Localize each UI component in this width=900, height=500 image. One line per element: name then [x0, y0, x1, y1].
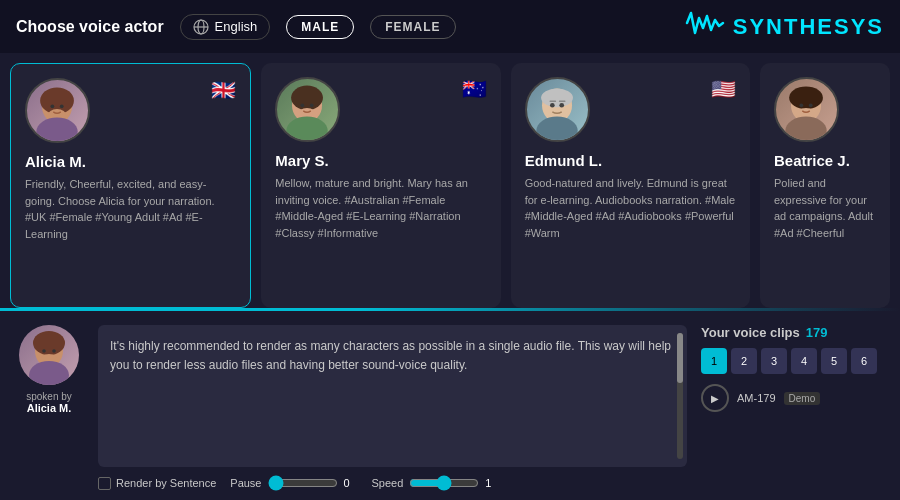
spoken-by-avatar [19, 325, 79, 385]
pause-group: Pause 0 [230, 475, 357, 491]
top-bar: Choose voice actor English MALE FEMALE S… [0, 0, 900, 53]
actor-name-alicia: Alicia M. [25, 153, 236, 170]
svg-point-12 [287, 117, 328, 140]
clip-btn-5[interactable]: 5 [821, 348, 847, 374]
avatar-beatrice [774, 77, 839, 142]
actor-card-beatrice[interactable]: Beatrice J. Polied and expressive for yo… [760, 63, 890, 308]
svg-point-10 [291, 86, 323, 110]
voice-clips-title: Your voice clips [701, 325, 800, 340]
text-content: It's highly recommended to render as man… [110, 339, 671, 372]
render-by-sentence-label[interactable]: Render by Sentence [98, 477, 216, 490]
scroll-track[interactable] [677, 333, 683, 459]
actor-header-beatrice [774, 77, 876, 142]
svg-point-32 [29, 361, 69, 385]
svg-point-13 [301, 103, 305, 107]
svg-point-20 [559, 103, 564, 108]
svg-point-19 [550, 103, 555, 108]
actor-desc-mary: Mellow, mature and bright. Mary has an i… [275, 175, 486, 241]
svg-point-33 [42, 349, 46, 353]
demo-badge: Demo [784, 392, 821, 405]
svg-point-16 [541, 88, 573, 107]
clips-grid: 1 2 3 4 5 6 [701, 348, 886, 374]
avatar-alicia [25, 78, 90, 143]
pause-label: Pause [230, 477, 261, 489]
speed-value: 1 [485, 477, 499, 489]
avatar-beatrice-img [776, 79, 837, 140]
svg-point-18 [536, 117, 577, 140]
spoken-by-panel: spoken by Alicia M. [14, 325, 84, 491]
spoken-avatar-img [19, 325, 79, 385]
svg-point-7 [50, 104, 54, 108]
clip-btn-2[interactable]: 2 [731, 348, 757, 374]
actor-card-edmund[interactable]: 🇺🇸 Edmund L. Good-natured and lively. Ed… [511, 63, 750, 308]
svg-point-34 [52, 349, 56, 353]
speed-label: Speed [372, 477, 404, 489]
svg-point-28 [809, 103, 813, 107]
play-button[interactable]: ▶ [701, 384, 729, 412]
actor-name-edmund: Edmund L. [525, 152, 736, 169]
voice-clips-header: Your voice clips 179 [701, 325, 886, 340]
actor-desc-edmund: Good-natured and lively. Edmund is great… [525, 175, 736, 241]
svg-point-6 [36, 118, 77, 141]
render-by-sentence-text: Render by Sentence [116, 477, 216, 489]
svg-point-27 [799, 103, 803, 107]
flag-alicia: 🇬🇧 [211, 78, 236, 102]
text-content-box[interactable]: It's highly recommended to render as man… [98, 325, 687, 467]
logo-text: SYNTHESYS [733, 14, 884, 40]
clips-count: 179 [806, 325, 828, 340]
logo: SYNTHESYS [685, 8, 884, 45]
actor-desc-beatrice: Polied and expressive for your ad campai… [774, 175, 876, 241]
language-button[interactable]: English [180, 14, 271, 40]
clip-name: AM-179 [737, 392, 776, 404]
scroll-thumb [677, 333, 683, 383]
actor-header-mary: 🇦🇺 [275, 77, 486, 142]
avatar-mary [275, 77, 340, 142]
female-button[interactable]: FEMALE [370, 15, 455, 39]
avatar-mary-img [277, 79, 338, 140]
avatar-alicia-img [27, 80, 88, 141]
language-label: English [215, 19, 258, 34]
flag-mary: 🇦🇺 [462, 77, 487, 101]
actor-card-mary[interactable]: 🇦🇺 Mary S. Mellow, mature and bright. Ma… [261, 63, 500, 308]
clip-btn-1[interactable]: 1 [701, 348, 727, 374]
actor-name-mary: Mary S. [275, 152, 486, 169]
svg-point-8 [60, 104, 64, 108]
bottom-controls: Render by Sentence Pause 0 Speed 1 [98, 475, 687, 491]
clip-btn-6[interactable]: 6 [851, 348, 877, 374]
render-by-sentence-checkbox[interactable] [98, 477, 111, 490]
page-title: Choose voice actor [16, 18, 164, 36]
svg-point-24 [789, 87, 823, 110]
globe-icon [193, 19, 209, 35]
avatar-edmund-img [527, 79, 588, 140]
play-clip-row: ▶ AM-179 Demo [701, 384, 886, 412]
male-button[interactable]: MALE [286, 15, 354, 39]
clip-btn-4[interactable]: 4 [791, 348, 817, 374]
text-panel: It's highly recommended to render as man… [98, 325, 687, 491]
bottom-section: spoken by Alicia M. It's highly recommen… [0, 311, 900, 500]
speed-group: Speed 1 [372, 475, 500, 491]
svg-point-30 [33, 331, 65, 355]
avatar-edmund [525, 77, 590, 142]
svg-rect-21 [549, 101, 556, 102]
spoken-by-label: spoken by [26, 391, 72, 402]
actor-card-alicia[interactable]: 🇬🇧 Alicia M. Friendly, Cheerful, excited… [10, 63, 251, 308]
pause-slider[interactable] [268, 475, 338, 491]
actor-name-beatrice: Beatrice J. [774, 152, 876, 169]
svg-point-14 [310, 103, 314, 107]
actor-header-alicia: 🇬🇧 [25, 78, 236, 143]
clip-btn-3[interactable]: 3 [761, 348, 787, 374]
flag-edmund: 🇺🇸 [711, 77, 736, 101]
logo-waveform-icon [685, 8, 725, 45]
svg-rect-22 [559, 101, 566, 102]
svg-point-26 [785, 117, 826, 140]
actor-header-edmund: 🇺🇸 [525, 77, 736, 142]
pause-value: 0 [344, 477, 358, 489]
speed-slider[interactable] [409, 475, 479, 491]
spoken-by-name: Alicia M. [27, 402, 72, 414]
voice-clips-panel: Your voice clips 179 1 2 3 4 5 6 ▶ AM-17… [701, 325, 886, 491]
actor-desc-alicia: Friendly, Cheerful, excited, and easy-go… [25, 176, 236, 242]
actors-section: 🇬🇧 Alicia M. Friendly, Cheerful, excited… [0, 53, 900, 308]
